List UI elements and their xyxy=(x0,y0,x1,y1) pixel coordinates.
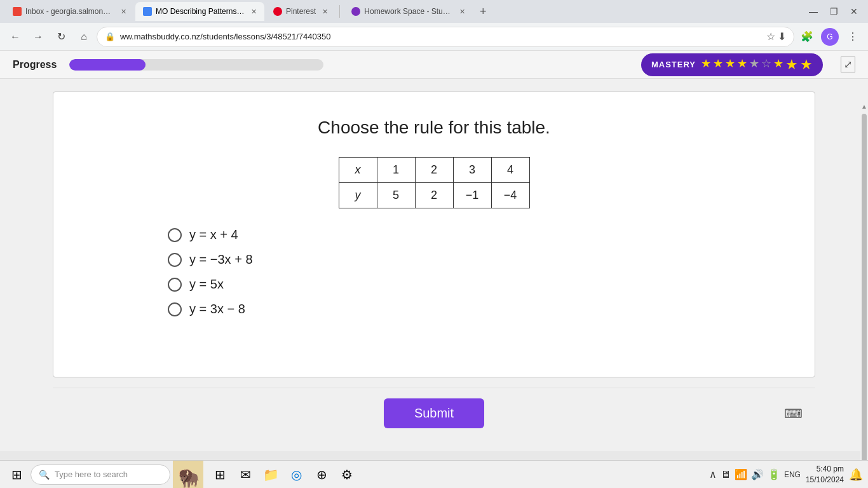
tab-pinterest-close[interactable]: ✕ xyxy=(322,8,328,16)
table-header-x: x xyxy=(339,158,377,183)
question-card: Choose the rule for this table. x 1 2 3 … xyxy=(53,92,815,377)
tab-gmail-close[interactable]: ✕ xyxy=(121,8,126,16)
star-1: ★ xyxy=(701,57,711,73)
tab-mo[interactable]: MO Describing Patterns (Year 10 Ge ✕ xyxy=(135,2,264,21)
tray-icon-1: 🖥 xyxy=(721,469,731,480)
taskbar-chrome[interactable]: ⊕ xyxy=(310,463,333,486)
answer-options: y = x + 4 y = −3x + 8 y = 5x y = 3x − 8 xyxy=(168,227,776,316)
table-cell-x4: 4 xyxy=(491,158,529,183)
maximize-button[interactable]: ❐ xyxy=(825,3,843,20)
keyboard-icon[interactable]: ⌨ xyxy=(784,406,803,421)
refresh-button[interactable]: ↻ xyxy=(51,27,71,47)
minimize-button[interactable]: — xyxy=(804,3,822,20)
question-title: Choose the rule for this table. xyxy=(92,118,776,138)
star-6: ☆ xyxy=(761,57,771,73)
taskbar-edge[interactable]: ◎ xyxy=(285,463,308,486)
option-3[interactable]: y = 5x xyxy=(168,277,776,292)
taskbar-apps: ⊞ ✉ 📁 ◎ ⊕ ⚙ xyxy=(208,463,358,486)
system-tray: ∧ 🖥 📶 🔊 🔋 ENG xyxy=(709,468,801,480)
volume-icon[interactable]: 🔊 xyxy=(751,468,764,480)
address-text: ww.mathsbuddy.co.nz/students/lessons/3/4… xyxy=(120,32,761,41)
date-display: 15/10/2024 xyxy=(806,475,844,485)
option-4[interactable]: y = 3x − 8 xyxy=(168,302,776,316)
table-row-x: x 1 2 3 4 xyxy=(339,158,529,183)
main-question-area: Choose the rule for this table. x 1 2 3 … xyxy=(0,79,868,451)
address-action-icons: ☆ ⬇ xyxy=(766,30,786,43)
radio-option-1[interactable] xyxy=(168,228,182,242)
taskbar-taskview[interactable]: ⊞ xyxy=(208,463,231,486)
table-row-y: y 5 2 −1 −4 xyxy=(339,183,529,208)
table-header-y: y xyxy=(339,183,377,208)
taskbar-settings[interactable]: ⚙ xyxy=(336,463,358,486)
gmail-favicon xyxy=(13,7,22,16)
wifi-icon[interactable]: 📶 xyxy=(735,468,747,480)
star-9: ★ xyxy=(800,57,813,73)
taskbar: ⊞ 🔍 Type here to search 🦬 ⊞ ✉ 📁 ◎ ⊕ ⚙ ∧ … xyxy=(0,460,868,488)
extensions-button[interactable]: 🧩 xyxy=(797,27,817,47)
taskbar-right: ∧ 🖥 📶 🔊 🔋 ENG 5:40 pm 15/10/2024 🔔 xyxy=(709,464,863,485)
scroll-thumb[interactable] xyxy=(862,114,867,460)
star-bookmark-icon[interactable]: ☆ xyxy=(766,30,775,43)
tab-studyx-close[interactable]: ✕ xyxy=(459,8,465,16)
tab-mo-close[interactable]: ✕ xyxy=(251,8,257,16)
submit-button[interactable]: Submit xyxy=(384,398,484,428)
table-cell-x2: 2 xyxy=(415,158,453,183)
tab-pinterest[interactable]: Pinterest ✕ xyxy=(266,2,336,21)
table-cell-y4: −4 xyxy=(491,183,529,208)
new-tab-button[interactable]: + xyxy=(474,3,492,20)
taskbar-mail[interactable]: ✉ xyxy=(234,463,257,486)
star-5: ★ xyxy=(749,57,759,73)
profile-avatar: G xyxy=(821,28,839,46)
star-3: ★ xyxy=(725,57,735,73)
expand-button[interactable]: ⤢ xyxy=(841,57,855,72)
table-cell-x3: 3 xyxy=(453,158,491,183)
tab-separator xyxy=(339,5,340,18)
tab-gmail-label: Inbox - georgia.salmon@wgpc xyxy=(25,7,114,16)
home-button[interactable]: ⌂ xyxy=(74,27,94,47)
top-section: Progress MASTERY ★ ★ ★ ★ ★ ☆ ★ ★ ★ ⤢ xyxy=(0,51,868,79)
system-clock[interactable]: 5:40 pm 15/10/2024 xyxy=(806,464,844,485)
language-label: ENG xyxy=(784,470,801,479)
radio-option-2[interactable] xyxy=(168,253,182,267)
radio-option-3[interactable] xyxy=(168,278,182,292)
taskbar-search-placeholder: Type here to search xyxy=(55,470,128,479)
window-controls: — ❐ ✕ xyxy=(804,3,863,20)
scrollbar: ▲ ▼ xyxy=(860,102,868,460)
progress-label: Progress xyxy=(13,59,57,71)
star-2: ★ xyxy=(713,57,723,73)
tray-chevron[interactable]: ∧ xyxy=(709,468,717,480)
taskbar-files[interactable]: 📁 xyxy=(259,463,282,486)
submit-area: Submit ⌨ xyxy=(53,388,815,438)
star-4: ★ xyxy=(737,57,747,73)
start-button[interactable]: ⊞ xyxy=(5,463,28,486)
table-cell-y3: −1 xyxy=(453,183,491,208)
taskbar-animal-widget: 🦬 xyxy=(173,461,203,489)
option-2[interactable]: y = −3x + 8 xyxy=(168,252,776,267)
radio-option-4[interactable] xyxy=(168,302,182,316)
tab-mo-label: MO Describing Patterns (Year 10 Ge xyxy=(156,7,245,16)
page-content: Progress MASTERY ★ ★ ★ ★ ★ ☆ ★ ★ ★ ⤢ Cho… xyxy=(0,51,868,460)
taskbar-search-icon: 🔍 xyxy=(39,470,50,480)
back-button[interactable]: ← xyxy=(5,27,25,47)
forward-button[interactable]: → xyxy=(28,27,48,47)
address-bar: ← → ↻ ⌂ 🔒 ww.mathsbuddy.co.nz/students/l… xyxy=(0,23,868,51)
tab-bar: Inbox - georgia.salmon@wgpc ✕ MO Describ… xyxy=(0,0,868,23)
battery-icon[interactable]: 🔋 xyxy=(768,468,780,480)
table-cell-y1: 5 xyxy=(377,183,415,208)
option-1[interactable]: y = x + 4 xyxy=(168,227,776,242)
tab-studyx[interactable]: Homework Space - StudyX ✕ xyxy=(344,2,473,21)
values-table: x 1 2 3 4 y 5 2 −1 −4 xyxy=(339,157,530,208)
menu-button[interactable]: ⋮ xyxy=(843,27,863,47)
taskbar-search[interactable]: 🔍 Type here to search xyxy=(31,464,170,485)
notification-icon[interactable]: 🔔 xyxy=(849,468,863,482)
star-7: ★ xyxy=(773,57,783,73)
close-window-button[interactable]: ✕ xyxy=(845,3,863,20)
profile-button[interactable]: G xyxy=(820,27,840,47)
scroll-up-button[interactable]: ▲ xyxy=(860,102,868,111)
download-icon[interactable]: ⬇ xyxy=(778,30,786,43)
studyx-favicon xyxy=(351,7,360,16)
mastery-stars: ★ ★ ★ ★ ★ ☆ ★ ★ ★ xyxy=(701,57,813,73)
option-4-label: y = 3x − 8 xyxy=(189,302,245,316)
tab-gmail[interactable]: Inbox - georgia.salmon@wgpc ✕ xyxy=(5,2,134,21)
address-input[interactable]: 🔒 ww.mathsbuddy.co.nz/students/lessons/3… xyxy=(97,27,794,47)
